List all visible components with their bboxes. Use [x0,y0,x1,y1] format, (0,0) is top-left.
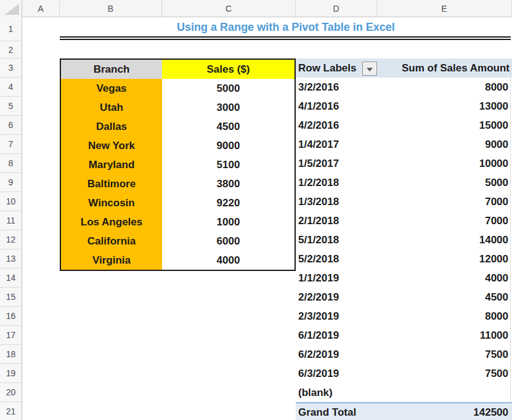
branch-sales-cell[interactable]: 4500 [162,117,295,136]
row-header[interactable]: 11 [0,211,22,230]
branch-sales-cell[interactable]: 1000 [162,212,295,232]
branch-sales-cell[interactable]: 4000 [162,251,295,270]
pivot-row-label-cell[interactable]: 2/2/2019 [296,288,377,307]
row-header[interactable]: 15 [0,288,22,307]
pivot-row-value-cell[interactable]: 10000 [377,154,512,173]
pivot-grand-total-label[interactable]: Grand Total [296,402,377,420]
pivot-row-value-cell[interactable]: 7500 [377,364,512,383]
title-double-underline [60,36,511,40]
branch-name-cell[interactable]: Los Angeles [61,212,162,232]
sheet-title[interactable]: Using a Range with a Pivot Table in Exce… [60,17,512,36]
row-header[interactable]: 7 [0,135,22,154]
pivot-row-value-cell[interactable]: 11000 [377,326,512,345]
row-header[interactable]: 13 [0,249,22,269]
pivot-row-label-cell[interactable]: 1/1/2019 [296,269,377,288]
row-header[interactable]: 18 [0,345,22,364]
pivot-row-label-cell[interactable]: 1/5/2017 [296,154,377,173]
row-header[interactable]: 5 [0,97,22,116]
pivot-row-label-cell[interactable]: 3/2/2016 [296,78,377,97]
pivot-row-value-cell[interactable]: 12000 [377,249,512,269]
row-header[interactable]: 9 [0,173,22,192]
row-header[interactable]: 8 [0,154,22,173]
branch-sales-cell[interactable]: 5100 [162,155,295,174]
filter-dropdown-icon [367,68,373,71]
pivot-row-value-cell[interactable] [377,383,512,402]
row-header[interactable]: 12 [0,230,22,249]
branch-name-cell[interactable]: Maryland [61,155,162,174]
pivot-row-value-cell[interactable]: 7000 [377,211,512,230]
branch-sales-cell[interactable]: 3800 [162,174,295,193]
column-header-c[interactable]: C [162,0,296,17]
branch-name-cell[interactable]: Virginia [61,251,162,270]
branch-header-cell[interactable]: Branch [61,60,162,79]
row-header[interactable]: 19 [0,364,22,383]
row-header[interactable]: 20 [0,383,22,402]
pivot-row-label-cell[interactable]: 4/1/2016 [296,97,377,116]
row-labels-filter-button[interactable] [362,62,377,76]
column-header-b[interactable]: B [60,0,162,17]
pivot-row-value-cell[interactable]: 8000 [377,307,512,326]
row-header[interactable]: 17 [0,326,22,345]
row-header[interactable]: 6 [0,116,22,135]
pivot-row-value-cell[interactable]: 4000 [377,269,512,288]
select-all-corner[interactable] [0,0,22,17]
pivot-row-label-cell[interactable]: 1/3/2018 [296,192,377,211]
row-header[interactable]: 14 [0,269,22,288]
branch-sales-table: Branch Sales ($) Vegas5000Utah3000Dallas… [60,59,296,271]
row-header[interactable]: 2 [0,41,22,59]
branch-name-cell[interactable]: California [61,232,162,251]
pivot-row-label-cell[interactable]: 2/3/2019 [296,307,377,326]
branch-sales-cell[interactable]: 9220 [162,193,295,212]
row-header[interactable]: 1 [0,17,22,41]
pivot-row-label-cell[interactable]: 6/1/2019 [296,326,377,345]
branch-name-cell[interactable]: Baltimore [61,174,162,193]
pivot-row-label-cell[interactable]: 1/2/2018 [296,173,377,192]
branch-sales-cell[interactable]: 5000 [162,79,295,98]
column-header-e[interactable]: E [377,0,512,17]
pivot-table: Row Labels Sum of Sales Amount 3/2/20168… [296,59,512,420]
pivot-row-label-cell[interactable]: 1/4/2017 [296,135,377,154]
pivot-row-value-cell[interactable]: 7500 [377,345,512,364]
pivot-row-label-cell[interactable]: 5/1/2018 [296,230,377,249]
branch-name-cell[interactable]: Dallas [61,117,162,136]
row-header[interactable]: 21 [0,402,22,420]
pivot-row-label-cell[interactable]: 5/2/2018 [296,249,377,269]
column-header-a[interactable]: A [22,0,60,17]
row-header[interactable]: 3 [0,59,22,78]
branch-sales-cell[interactable]: 6000 [162,232,295,251]
branch-name-cell[interactable]: Utah [61,98,162,117]
pivot-row-value-cell[interactable]: 8000 [377,78,512,97]
pivot-row-label-cell[interactable]: 4/2/2016 [296,116,377,135]
pivot-row-value-cell[interactable]: 5000 [377,173,512,192]
pivot-row-label-cell[interactable]: (blank) [296,383,377,402]
pivot-row-label-cell[interactable]: 6/2/2019 [296,345,377,364]
pivot-row-value-cell[interactable]: 7000 [377,192,512,211]
branch-name-cell[interactable]: Vegas [61,79,162,98]
branch-sales-cell[interactable]: 3000 [162,98,295,117]
pivot-values-header[interactable]: Sum of Sales Amount [377,59,512,78]
branch-name-cell[interactable]: Wincosin [61,193,162,212]
branch-sales-cell[interactable]: 9000 [162,136,295,155]
excel-sheet: A B C D E 123456789101112131415161718192… [0,0,512,420]
row-header[interactable]: 16 [0,307,22,326]
pivot-row-value-cell[interactable]: 15000 [377,116,512,135]
column-e-gridline [510,59,511,420]
row-header[interactable]: 10 [0,192,22,211]
row-header[interactable]: 4 [0,78,22,97]
pivot-row-value-cell[interactable]: 9000 [377,135,512,154]
column-header-bar: A B C D E [0,0,512,17]
row-header-bar: 123456789101112131415161718192021 [0,17,22,420]
select-all-triangle-icon [2,3,20,15]
column-header-d[interactable]: D [296,0,377,17]
pivot-row-value-cell[interactable]: 14000 [377,230,512,249]
sales-header-cell[interactable]: Sales ($) [162,60,295,79]
pivot-row-value-cell[interactable]: 13000 [377,97,512,116]
pivot-row-label-cell[interactable]: 6/3/2019 [296,364,377,383]
pivot-grand-total-value[interactable]: 142500 [377,402,512,420]
branch-name-cell[interactable]: New York [61,136,162,155]
pivot-row-value-cell[interactable]: 4500 [377,288,512,307]
pivot-row-label-cell[interactable]: 2/1/2018 [296,211,377,230]
